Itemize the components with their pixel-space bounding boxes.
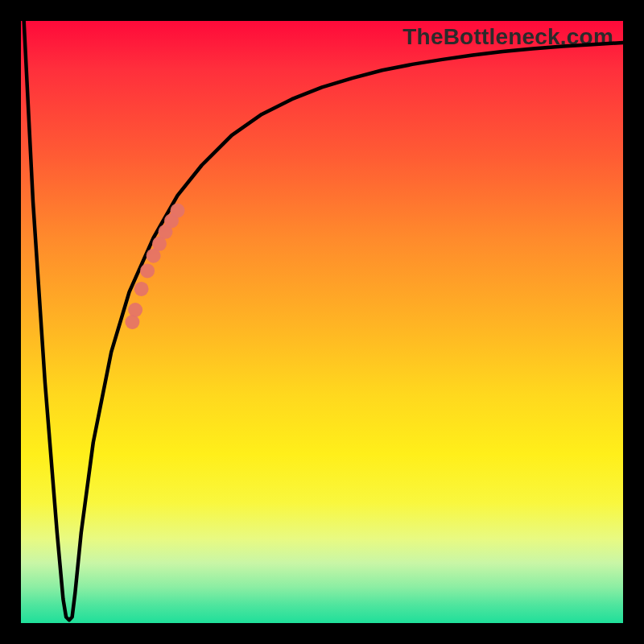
series-point	[140, 263, 155, 278]
watermark-label: TheBottleneck.com	[402, 24, 613, 50]
series-point	[164, 213, 179, 228]
series-point	[147, 249, 161, 263]
series-point	[134, 282, 149, 296]
series-point	[159, 225, 173, 239]
series-point	[171, 204, 185, 218]
highlighted-series	[125, 204, 184, 329]
chart-overlay	[21, 21, 623, 623]
plot-area: TheBottleneck.com	[21, 21, 623, 623]
bottleneck-curve	[24, 21, 623, 620]
series-point	[125, 315, 139, 329]
chart-stage: TheBottleneck.com	[0, 0, 644, 644]
series-point	[128, 303, 142, 317]
series-point	[152, 237, 167, 251]
